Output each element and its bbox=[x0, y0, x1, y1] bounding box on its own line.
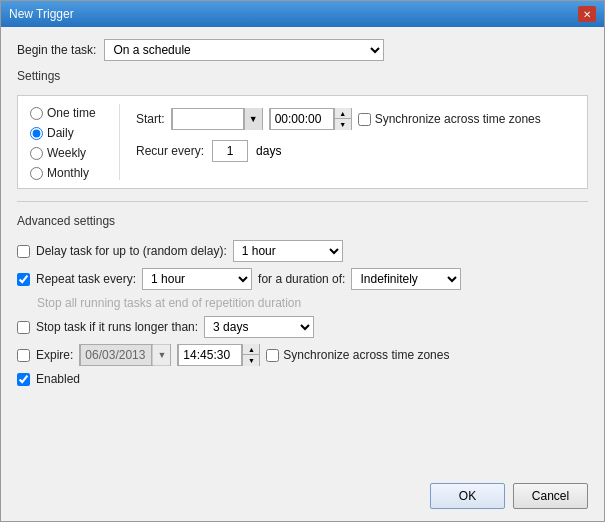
settings-section: One time Daily Weekly Monthly bbox=[17, 95, 588, 189]
time-spinners: ▲ ▼ bbox=[334, 108, 351, 130]
radio-one-time: One time bbox=[30, 106, 103, 120]
radio-monthly: Monthly bbox=[30, 166, 103, 180]
expire-time-up-button[interactable]: ▲ bbox=[243, 344, 259, 355]
stop-running-row: Stop all running tasks at end of repetit… bbox=[17, 296, 588, 310]
time-down-button[interactable]: ▼ bbox=[335, 119, 351, 130]
ok-button[interactable]: OK bbox=[430, 483, 505, 509]
close-button[interactable]: ✕ bbox=[578, 6, 596, 22]
footer: OK Cancel bbox=[1, 475, 604, 521]
delay-checkbox[interactable] bbox=[17, 245, 30, 258]
one-time-label: One time bbox=[47, 106, 96, 120]
expire-time-field: ▲ ▼ bbox=[177, 344, 260, 366]
start-time-input[interactable] bbox=[270, 108, 334, 130]
begin-task-row: Begin the task: On a schedule At log on … bbox=[17, 39, 588, 61]
start-row: Start: ▼ ▲ ▼ Synchronize acr bbox=[136, 108, 575, 130]
expire-sync-label: Synchronize across time zones bbox=[283, 348, 449, 362]
sync-row: Synchronize across time zones bbox=[358, 112, 541, 126]
stop-longer-label: Stop task if it runs longer than: bbox=[36, 320, 198, 334]
radio-daily: Daily bbox=[30, 126, 103, 140]
monthly-label: Monthly bbox=[47, 166, 89, 180]
enabled-label: Enabled bbox=[36, 372, 80, 386]
expire-date-field: ▼ bbox=[79, 344, 171, 366]
sync-label: Synchronize across time zones bbox=[375, 112, 541, 126]
schedule-detail: Start: ▼ ▲ ▼ Synchronize acr bbox=[120, 104, 575, 180]
start-label: Start: bbox=[136, 112, 165, 126]
radio-weekly: Weekly bbox=[30, 146, 103, 160]
recur-input[interactable] bbox=[212, 140, 248, 162]
start-date-input[interactable] bbox=[172, 108, 244, 130]
expire-row: Expire: ▼ ▲ ▼ Synchronize across time zo… bbox=[17, 344, 588, 366]
expire-time-down-button[interactable]: ▼ bbox=[243, 355, 259, 366]
advanced-section: Delay task for up to (random delay): 1 h… bbox=[17, 240, 588, 386]
repeat-row: Repeat task every: 1 hour 30 minutes 2 h… bbox=[17, 268, 588, 290]
monthly-radio[interactable] bbox=[30, 167, 43, 180]
repeat-label: Repeat task every: bbox=[36, 272, 136, 286]
daily-label: Daily bbox=[47, 126, 74, 140]
sync-checkbox[interactable] bbox=[358, 113, 371, 126]
enabled-row: Enabled bbox=[17, 372, 588, 386]
time-field: ▲ ▼ bbox=[269, 108, 352, 130]
divider bbox=[17, 201, 588, 202]
expire-sync-row: Synchronize across time zones bbox=[266, 348, 449, 362]
stop-longer-select[interactable]: 3 days 1 hour 2 hours 4 hours 8 hours 1 … bbox=[204, 316, 314, 338]
one-time-radio[interactable] bbox=[30, 107, 43, 120]
repeat-select[interactable]: 1 hour 30 minutes 2 hours 4 hours 8 hour… bbox=[142, 268, 252, 290]
daily-radio[interactable] bbox=[30, 127, 43, 140]
expire-time-input[interactable] bbox=[178, 344, 242, 366]
recur-label: Recur every: bbox=[136, 144, 204, 158]
duration-label: for a duration of: bbox=[258, 272, 345, 286]
stop-running-label: Stop all running tasks at end of repetit… bbox=[37, 296, 301, 310]
title-bar: New Trigger ✕ bbox=[1, 1, 604, 27]
recur-unit: days bbox=[256, 144, 281, 158]
expire-calendar-button[interactable]: ▼ bbox=[152, 344, 170, 366]
dialog-body: Begin the task: On a schedule At log on … bbox=[1, 27, 604, 475]
expire-time-spinners: ▲ ▼ bbox=[242, 344, 259, 366]
delay-label: Delay task for up to (random delay): bbox=[36, 244, 227, 258]
duration-select[interactable]: Indefinitely 1 hour 2 hours 4 hours 8 ho… bbox=[351, 268, 461, 290]
enabled-checkbox[interactable] bbox=[17, 373, 30, 386]
time-up-button[interactable]: ▲ bbox=[335, 108, 351, 119]
expire-date-input[interactable] bbox=[80, 344, 152, 366]
repeat-checkbox[interactable] bbox=[17, 273, 30, 286]
settings-label: Settings bbox=[17, 69, 588, 83]
stop-longer-checkbox[interactable] bbox=[17, 321, 30, 334]
expire-checkbox[interactable] bbox=[17, 349, 30, 362]
expire-label: Expire: bbox=[36, 348, 73, 362]
weekly-label: Weekly bbox=[47, 146, 86, 160]
weekly-radio[interactable] bbox=[30, 147, 43, 160]
begin-task-label: Begin the task: bbox=[17, 43, 96, 57]
calendar-button[interactable]: ▼ bbox=[244, 108, 262, 130]
dialog: New Trigger ✕ Begin the task: On a sched… bbox=[0, 0, 605, 522]
recur-row: Recur every: days bbox=[136, 140, 575, 162]
advanced-label: Advanced settings bbox=[17, 214, 588, 228]
radio-group: One time Daily Weekly Monthly bbox=[30, 104, 120, 180]
stop-longer-row: Stop task if it runs longer than: 3 days… bbox=[17, 316, 588, 338]
begin-task-select[interactable]: On a schedule At log on At startup On id… bbox=[104, 39, 384, 61]
dialog-title: New Trigger bbox=[9, 7, 74, 21]
date-field: ▼ bbox=[171, 108, 263, 130]
expire-sync-checkbox[interactable] bbox=[266, 349, 279, 362]
delay-row: Delay task for up to (random delay): 1 h… bbox=[17, 240, 588, 262]
delay-select[interactable]: 1 hour 30 minutes 2 hours 4 hours 8 hour… bbox=[233, 240, 343, 262]
cancel-button[interactable]: Cancel bbox=[513, 483, 588, 509]
